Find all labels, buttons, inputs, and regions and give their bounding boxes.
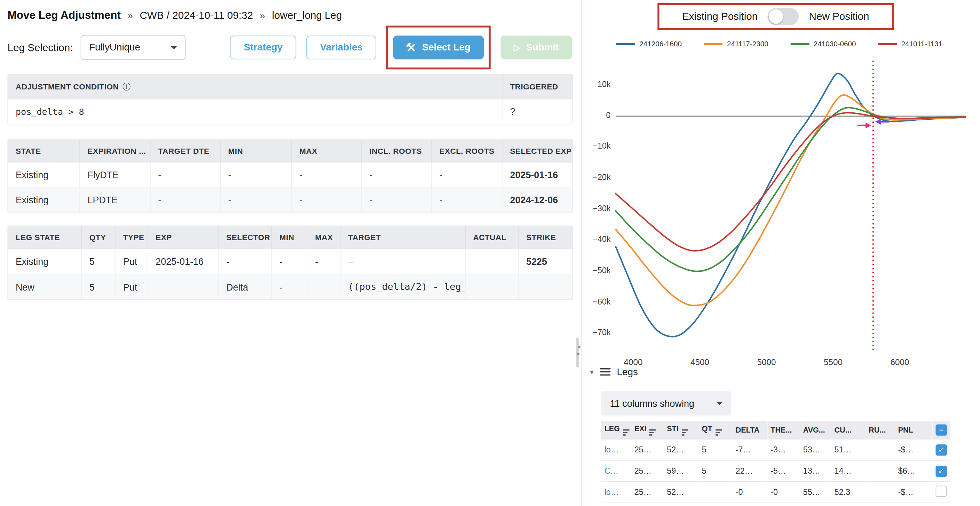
leg-link[interactable]: C… xyxy=(605,466,619,476)
collapse-caret-icon[interactable]: ▾ xyxy=(590,368,594,376)
col-header: STATE xyxy=(8,140,80,162)
legs-cell xyxy=(601,503,631,506)
legs-cell[interactable]: C… xyxy=(601,460,631,482)
condition-expression: pos_delta > 8 xyxy=(8,100,503,124)
legs-cell xyxy=(865,439,895,460)
table-row: pos_delta > 8 ? xyxy=(8,100,573,124)
legend-item[interactable]: 241117-2300 xyxy=(704,40,768,48)
cell: - xyxy=(272,249,307,275)
cell: - xyxy=(221,162,292,188)
legs-cell[interactable] xyxy=(932,482,950,503)
breadcrumb-strategy: CWB / 2024-10-11 09:32 xyxy=(140,10,253,21)
selected-exp-link[interactable]: 2025-01-16 xyxy=(503,162,573,188)
col-header: MAX xyxy=(292,140,362,162)
legend-swatch-icon xyxy=(790,43,809,45)
play-icon: ▷ xyxy=(514,43,520,52)
x-axis-label: 6000 xyxy=(885,357,915,367)
legs-col-header[interactable]: QT xyxy=(699,421,733,439)
col-header: MIN xyxy=(221,140,292,162)
menu-icon[interactable] xyxy=(600,368,611,376)
legs-cell: 55… xyxy=(800,482,831,503)
legs-cell: 52.3 xyxy=(831,482,866,503)
legs-col-header[interactable]: DELTA xyxy=(733,421,768,439)
legs-col-header[interactable]: EXI xyxy=(631,421,663,439)
breadcrumb: Move Leg Adjustment » CWB / 2024-10-11 0… xyxy=(8,9,572,25)
select-all-checkbox[interactable]: − xyxy=(935,424,947,435)
legs-col-header[interactable]: THE... xyxy=(767,421,800,439)
legend-item[interactable]: 241030-0600 xyxy=(790,40,856,48)
legs-cell: 51… xyxy=(831,439,866,460)
legs-col-header[interactable]: AVG... xyxy=(800,421,831,439)
expiration-table: STATE EXPIRATION ... TARGET DTE MIN MAX … xyxy=(8,139,573,212)
series-line-241206-1600 xyxy=(616,73,966,337)
select-all-header[interactable]: − xyxy=(932,421,950,439)
legend-label: 241117-2300 xyxy=(727,40,768,48)
col-header: MIN xyxy=(272,226,307,249)
submit-button[interactable]: ▷ Submit xyxy=(500,35,572,59)
cell: 2025-01-16 xyxy=(148,249,219,275)
cell xyxy=(308,274,341,299)
sort-filter-icon[interactable] xyxy=(650,430,656,436)
legs-cell[interactable]: lo… xyxy=(601,482,631,503)
cell: - xyxy=(151,188,221,212)
legs-cell[interactable]: ✓ xyxy=(932,460,950,482)
row-checkbox[interactable]: ✓ xyxy=(935,444,947,455)
sort-filter-icon[interactable] xyxy=(623,430,629,436)
legend-item[interactable]: 241206-1600 xyxy=(616,40,682,48)
legs-cell[interactable]: lo… xyxy=(601,439,631,460)
existing-position-label[interactable]: Existing Position xyxy=(682,11,757,22)
legs-col-header[interactable]: STI xyxy=(663,421,699,439)
legs-title: Legs xyxy=(617,366,638,377)
legend-item[interactable]: 241011-1131 xyxy=(878,40,942,48)
strategy-button[interactable]: Strategy xyxy=(230,35,296,59)
leg-table: LEG STATE QTY TYPE EXP SELECTOR MIN MAX … xyxy=(8,226,573,300)
legs-cell: 13… xyxy=(800,460,831,482)
cell: 5 xyxy=(82,274,116,299)
new-position-label[interactable]: New Position xyxy=(809,11,869,22)
legs-col-header[interactable]: RU... xyxy=(865,421,895,439)
legs-table: LEGEXISTIQTDELTATHE...AVG...CU...RU...PN… xyxy=(601,421,950,506)
legs-col-header[interactable]: PNL xyxy=(895,421,933,439)
series-line-241117-2300 xyxy=(616,95,966,306)
col-header: TARGET DTE xyxy=(151,140,221,162)
leg-link[interactable]: lo… xyxy=(605,445,619,455)
selected-exp-link[interactable]: 2024-12-06 xyxy=(503,188,573,212)
columns-dropdown[interactable]: 11 columns showing xyxy=(601,391,732,415)
col-header: TYPE xyxy=(116,226,148,249)
info-icon[interactable]: ⓘ xyxy=(123,82,131,91)
target-expression: ((pos_delta/2) - leg_lc xyxy=(341,274,466,299)
row-checkbox[interactable]: ✓ xyxy=(935,465,947,476)
position-toggle[interactable] xyxy=(768,8,799,25)
triggered-header: TRIGGERED xyxy=(503,75,573,100)
legs-cell xyxy=(865,460,895,482)
cell: 5 xyxy=(82,249,116,275)
leg-selection-select[interactable]: FullyUnique xyxy=(80,35,186,60)
legs-cell[interactable]: ✓ xyxy=(932,503,950,506)
legs-cell: -$… xyxy=(895,439,933,460)
col-header: EXCL. ROOTS xyxy=(432,140,503,162)
col-header: STRIKE xyxy=(519,226,573,249)
legs-cell xyxy=(865,482,895,503)
legs-col-header[interactable]: CU... xyxy=(831,421,866,439)
leg-link[interactable]: lo… xyxy=(605,488,619,497)
panel-splitter[interactable]: ◂▸ xyxy=(575,343,582,357)
annotation-arrow-head-icon xyxy=(865,123,871,128)
legs-row: lo…25…52…5-7…-3…53…51…-$…✓ xyxy=(601,439,950,460)
row-checkbox[interactable] xyxy=(935,485,947,496)
select-leg-button[interactable]: Select Leg xyxy=(393,35,484,59)
variables-button[interactable]: Variables xyxy=(306,35,376,59)
sort-filter-icon[interactable] xyxy=(716,430,722,436)
legend-swatch-icon xyxy=(704,43,723,45)
pnl-chart-plot[interactable] xyxy=(616,60,966,350)
legs-cell[interactable]: ✓ xyxy=(932,439,950,460)
series-line-241011-1131 xyxy=(616,113,966,251)
sort-filter-icon[interactable] xyxy=(682,430,688,436)
cell: Existing xyxy=(8,188,80,212)
adjustment-panel: Move Leg Adjustment » CWB / 2024-10-11 0… xyxy=(0,0,581,506)
legs-cell: 52… xyxy=(663,439,699,460)
legs-col-header[interactable]: LEG xyxy=(601,421,631,439)
strike-link[interactable]: 5225 xyxy=(519,249,573,275)
legs-row: ✓ xyxy=(601,503,950,506)
y-axis-label: −30k xyxy=(585,204,611,213)
y-axis-label: −50k xyxy=(585,266,611,275)
